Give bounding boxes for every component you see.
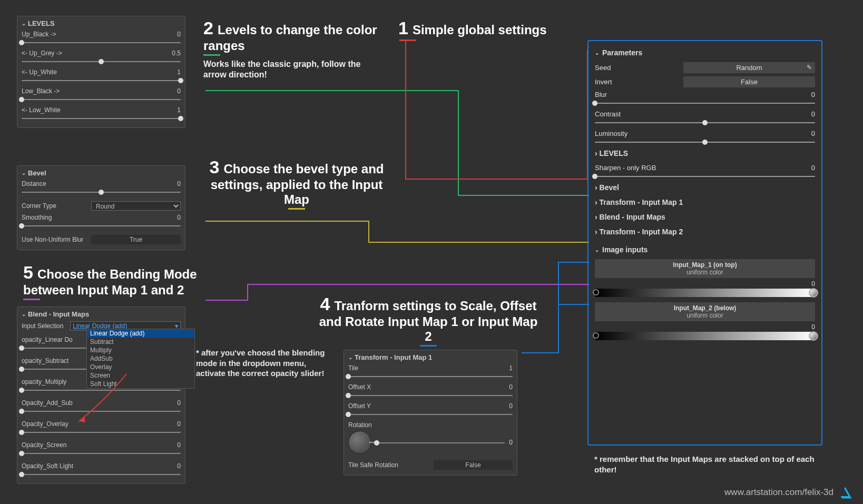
invert-label: Invert — [595, 78, 612, 86]
smoothing-slider[interactable] — [22, 222, 181, 230]
transform-title: Transform - Input Map 1 — [355, 353, 432, 361]
opacity-slider[interactable] — [22, 429, 181, 436]
offsetx-slider[interactable] — [348, 392, 513, 399]
chevron-right-icon: › — [595, 149, 597, 157]
sharpen-slider[interactable] — [595, 173, 815, 180]
levels-section-header[interactable]: › LEVELS — [595, 146, 815, 161]
sharpen-label: Sharpen - only RGB — [595, 164, 656, 172]
slider-value: 0 — [177, 441, 181, 449]
input-map-1-gradient[interactable] — [595, 289, 815, 297]
parameters-header[interactable]: ⌄Parameters — [595, 46, 815, 59]
callout-1: 1Simple global settings — [398, 18, 547, 41]
chevron-right-icon: › — [595, 228, 597, 236]
tile-label: Tile — [348, 364, 358, 372]
dropdown-option[interactable]: Soft Light — [87, 380, 194, 388]
slider-label: <- Up_White — [22, 68, 57, 76]
sharpen-value: 0 — [811, 164, 815, 172]
stack-note: * remember that the Input Maps are stack… — [594, 454, 821, 475]
offsety-value: 0 — [509, 402, 513, 410]
rotation-slider[interactable] — [377, 439, 505, 447]
parameters-panel: ⌄Parameters Seed Random✎ Invert False Bl… — [587, 40, 822, 446]
artstation-logo-icon — [839, 485, 854, 500]
distance-value: 0 — [177, 180, 181, 187]
image-inputs-title: Image inputs — [602, 245, 648, 254]
blend-header[interactable]: ⌄Blend - Input Maps — [22, 310, 181, 318]
transform2-section-header[interactable]: › Transform - Input Map 2 — [595, 224, 815, 239]
levels-slider[interactable] — [22, 58, 181, 65]
footer-url: www.artstation.com/felix-3d — [724, 487, 833, 498]
blend-note: * after you've choosd the blending mode … — [196, 348, 328, 379]
tilesafe-value[interactable]: False — [434, 460, 513, 470]
dropdown-option[interactable]: Multiply — [87, 346, 194, 354]
slider-value: 0.5 — [172, 50, 181, 57]
rotation-dial[interactable] — [348, 431, 371, 454]
luminosity-slider[interactable] — [595, 139, 815, 146]
chevron-down-icon: ⌄ — [22, 21, 26, 26]
corner-label: Corner Type — [22, 202, 56, 210]
slider-label: Low_Black -> — [22, 87, 60, 95]
levels-title: LEVELS — [28, 19, 55, 27]
opacity-slider[interactable] — [22, 471, 181, 478]
offsety-slider[interactable] — [348, 411, 513, 418]
slider-label: <- Low_White — [22, 106, 61, 114]
levels-slider[interactable] — [22, 39, 181, 46]
slider-value: 1 — [177, 106, 181, 114]
image-inputs-header[interactable]: ⌄Image inputs — [595, 243, 815, 256]
blend-section-header[interactable]: › Blend - Input Maps — [595, 210, 815, 224]
input-map-1-value: 0 — [595, 280, 815, 288]
slider-value: 0 — [177, 420, 181, 428]
input-selection-label: Input Selection — [22, 322, 63, 330]
opacity-slider[interactable] — [22, 450, 181, 457]
slider-label: opacity_Linear Do — [22, 336, 73, 343]
slider-value: 1 — [177, 68, 181, 76]
slider-label: Opacity_Screen — [22, 441, 66, 449]
tile-slider[interactable] — [348, 373, 513, 380]
levels-slider[interactable] — [22, 96, 181, 103]
slider-label: Opacity_Soft Light — [22, 462, 73, 470]
slider-label: opacity_Multiply — [22, 378, 66, 386]
slider-label: Opacity_Add_Sub — [22, 399, 73, 407]
invert-button[interactable]: False — [683, 76, 815, 87]
levels-header[interactable]: ⌄LEVELS — [22, 19, 181, 27]
bevel-title: Bevel — [28, 169, 46, 177]
offsetx-label: Offset X — [348, 383, 371, 391]
blur-slider[interactable] — [595, 100, 815, 107]
nonuniform-value[interactable]: True — [91, 235, 181, 244]
callout-3: 3Choose the bevel type and settings, app… — [199, 157, 394, 210]
callout-4: 4Tranform settings to Scale, Offset and … — [315, 294, 542, 347]
seed-button[interactable]: Random✎ — [683, 62, 815, 73]
slider-label: Opacity_Overlay — [22, 420, 68, 428]
levels-slider[interactable] — [22, 77, 181, 84]
dropdown-option[interactable]: Subtract — [87, 338, 194, 346]
levels-slider[interactable] — [22, 115, 181, 122]
smoothing-value: 0 — [177, 214, 181, 221]
bevel-panel: ⌄Bevel Distance0 Corner Type Round Smoot… — [17, 165, 185, 250]
transform1-section-header[interactable]: › Transform - Input Map 1 — [595, 195, 815, 210]
tile-value: 1 — [509, 364, 513, 372]
input-map-2-value: 0 — [595, 323, 815, 331]
chevron-down-icon: ⌄ — [595, 50, 599, 56]
distance-slider[interactable] — [22, 189, 181, 196]
transform-header[interactable]: ⌄Transform - Input Map 1 — [348, 353, 513, 361]
blend-dropdown-open[interactable]: Linear Dodge (add)SubtractMultiplyAddSub… — [86, 329, 195, 389]
dropdown-option[interactable]: Overlay — [87, 363, 194, 371]
rotation-label: Rotation — [348, 421, 372, 429]
bevel-section-header[interactable]: › Bevel — [595, 180, 815, 195]
nonuniform-label: Use Non-Uniform Blur — [22, 236, 83, 243]
bevel-header[interactable]: ⌄Bevel — [22, 169, 181, 177]
dropdown-option[interactable]: Linear Dodge (add) — [87, 329, 194, 338]
opacity-slider[interactable] — [22, 408, 181, 415]
input-map-2-sub: uniform color — [595, 312, 815, 319]
corner-type-select[interactable]: Round — [91, 201, 181, 211]
slider-label: opacity_Subtract — [22, 357, 68, 364]
slider-value: 0 — [177, 399, 181, 407]
dropdown-option[interactable]: Screen — [87, 371, 194, 380]
dropdown-option[interactable]: AddSub — [87, 354, 194, 363]
input-map-1-sub: uniform color — [595, 269, 815, 276]
contrast-slider[interactable] — [595, 119, 815, 126]
input-map-2-box[interactable]: Input_Map_2 (below) uniform color — [595, 302, 815, 321]
slider-value: 0 — [177, 31, 181, 38]
input-map-2-gradient[interactable] — [595, 332, 815, 340]
input-map-1-box[interactable]: Input_Map_1 (on top) uniform color — [595, 259, 815, 278]
slider-value: 0 — [177, 462, 181, 470]
